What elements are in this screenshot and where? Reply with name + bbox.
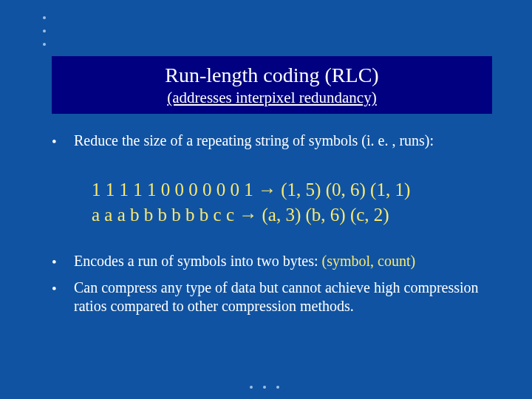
bullet-text: Encodes a run of symbols into two bytes:… bbox=[74, 252, 415, 270]
bullet-item: • Encodes a run of symbols into two byte… bbox=[52, 252, 492, 271]
dot-icon bbox=[250, 386, 253, 389]
bullet-text: Can compress any type of data but cannot… bbox=[74, 279, 492, 316]
dot-icon bbox=[276, 386, 279, 389]
dot-icon bbox=[43, 16, 46, 19]
slide-title: Run-length coding (RLC) bbox=[165, 64, 378, 87]
bullet-text-a: Encodes a run of symbols into two bytes: bbox=[74, 253, 322, 269]
example-line-2: a a a b b b b b b c c → (a, 3) (b, 6) (c… bbox=[92, 202, 492, 228]
dot-icon bbox=[263, 386, 266, 389]
title-band: Run-length coding (RLC) (addresses inter… bbox=[52, 56, 492, 114]
decor-dots-top bbox=[43, 16, 46, 46]
example-block: 1 1 1 1 1 0 0 0 0 0 0 1 → (1, 5) (0, 6) … bbox=[92, 177, 492, 228]
bullet-item: • Reduce the size of a repeating string … bbox=[52, 132, 492, 151]
bullet-text: Reduce the size of a repeating string of… bbox=[74, 132, 434, 150]
example-line-1: 1 1 1 1 1 0 0 0 0 0 0 1 → (1, 5) (0, 6) … bbox=[92, 177, 492, 202]
bullet-text-highlight: (symbol, count) bbox=[322, 253, 416, 269]
dot-icon bbox=[43, 30, 46, 33]
dot-icon bbox=[43, 43, 46, 46]
bullet-mark: • bbox=[52, 279, 74, 298]
bullet-mark: • bbox=[52, 132, 74, 151]
bullet-mark: • bbox=[52, 252, 74, 271]
decor-dots-bottom bbox=[250, 386, 279, 389]
bullet-item: • Can compress any type of data but cann… bbox=[52, 279, 492, 316]
slide-body: • Reduce the size of a repeating string … bbox=[52, 132, 492, 323]
slide-subtitle: (addresses interpixel redundancy) bbox=[167, 89, 376, 107]
